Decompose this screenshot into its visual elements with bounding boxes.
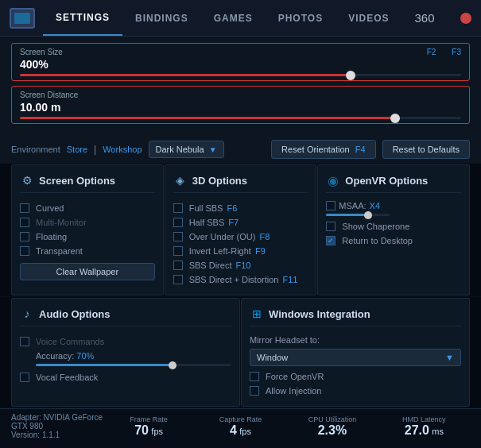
screen-options-title: Screen Options <box>39 175 115 187</box>
return-to-desktop-label: Return to Desktop <box>342 236 413 245</box>
reset-orientation-button[interactable]: Reset Orientation F4 <box>271 140 376 159</box>
over-under-checkbox[interactable] <box>173 232 183 241</box>
openvr-options-panel: ◉ OpenVR Options MSAA: X4 Show Chaperone… <box>317 164 470 295</box>
invert-lr-label: Invert Left-Right F9 <box>189 246 266 256</box>
return-to-desktop-checkbox[interactable] <box>326 236 336 245</box>
hmd-latency-stat: HMD Latency 27.0 ms <box>378 415 470 438</box>
over-under-row: Over Under (OU) F8 <box>173 230 308 244</box>
accuracy-slider[interactable] <box>36 364 231 366</box>
sbs-direct-row: SBS Direct F10 <box>173 258 308 272</box>
allow-injection-checkbox[interactable] <box>250 386 259 396</box>
transparent-checkbox[interactable] <box>20 246 29 256</box>
vocal-feedback-row: Vocal Feedback <box>20 370 231 384</box>
screen-distance-slider-row: Screen Distance 10.00 m <box>11 86 470 124</box>
sbs-direct-distortion-label: SBS Direct + Distortion F11 <box>189 275 298 284</box>
close-button[interactable] <box>460 13 471 24</box>
screen-distance-value: 10.00 m <box>20 101 461 114</box>
threed-options-header: ◈ 3D Options <box>173 173 308 193</box>
windows-integration-title: Windows Integration <box>269 308 370 320</box>
floating-label: Floating <box>36 232 67 241</box>
adapter-info: Adapter: NVIDIA GeForce GTX 980 Version:… <box>11 413 103 439</box>
curved-row: Curved <box>20 201 155 215</box>
tab-bindings[interactable]: BINDINGS <box>122 2 201 35</box>
msaa-label: MSAA: <box>339 201 366 210</box>
show-chaperone-row: Show Chaperone <box>326 219 461 234</box>
accuracy-thumb[interactable] <box>169 361 176 369</box>
curved-checkbox[interactable] <box>20 203 29 213</box>
screen-size-value: 400% <box>20 58 461 71</box>
show-chaperone-checkbox[interactable] <box>326 222 336 231</box>
screen-size-key-f3: F3 <box>452 48 461 56</box>
sbs-direct-distortion-checkbox[interactable] <box>173 275 183 284</box>
screen-size-label: Screen Size <box>20 48 63 56</box>
tab-settings[interactable]: SETTINGS <box>43 1 122 36</box>
multi-monitor-label: Multi-Monitor <box>36 218 87 227</box>
threed-options-panel: ◈ 3D Options Full SBS F6 Half SBS F7 Ove… <box>165 164 317 295</box>
mirror-headset-select[interactable]: Window ▼ <box>250 349 461 366</box>
screen-distance-thumb[interactable] <box>390 114 400 123</box>
environment-selected: Dark Nebula <box>156 145 204 154</box>
chevron-down-icon: ▼ <box>445 353 454 362</box>
tab-photos[interactable]: PHOTOS <box>266 2 336 35</box>
force-openvr-row: Force OpenVR <box>250 369 461 384</box>
windows-icon: ⊞ <box>250 307 264 321</box>
mirror-headset-selected: Window <box>257 353 288 362</box>
screen-distance-fill <box>20 117 395 119</box>
voice-commands-checkbox[interactable] <box>20 337 29 346</box>
half-sbs-checkbox[interactable] <box>173 218 183 227</box>
sbs-direct-checkbox[interactable] <box>173 261 183 270</box>
clear-wallpaper-button[interactable]: Clear Wallpaper <box>20 263 155 280</box>
top-bar: SETTINGS BINDINGS GAMES PHOTOS VIDEOS 36… <box>0 0 481 37</box>
transparent-row: Transparent <box>20 244 155 258</box>
msaa-checkbox[interactable] <box>326 201 336 210</box>
windows-integration-header: ⊞ Windows Integration <box>250 307 461 326</box>
msaa-slider[interactable] <box>326 214 461 216</box>
vocal-feedback-checkbox[interactable] <box>20 373 29 382</box>
transparent-label: Transparent <box>36 246 83 256</box>
screen-options-icon: ⚙ <box>20 173 34 187</box>
floating-checkbox[interactable] <box>20 232 29 241</box>
invert-lr-checkbox[interactable] <box>173 246 183 256</box>
accuracy-fill <box>36 364 173 366</box>
tab-games[interactable]: GAMES <box>201 2 266 35</box>
screen-distance-track[interactable] <box>20 117 461 119</box>
tab-videos[interactable]: VIDEOS <box>336 2 401 35</box>
store-link[interactable]: Store <box>67 145 87 154</box>
windows-integration-panel: ⊞ Windows Integration Mirror Headset to:… <box>241 298 470 407</box>
force-openvr-checkbox[interactable] <box>250 372 259 381</box>
voice-commands-label: Voice Commands <box>36 337 104 346</box>
environment-select[interactable]: Dark Nebula ▼ <box>149 141 224 158</box>
screen-options-panel: ⚙ Screen Options Curved Multi-Monitor Fl… <box>11 164 164 295</box>
environment-label: Environment <box>11 145 60 154</box>
workshop-link[interactable]: Workshop <box>103 145 142 154</box>
over-under-label: Over Under (OU) F8 <box>189 232 270 241</box>
half-sbs-row: Half SBS F7 <box>173 215 308 230</box>
screen-size-thumb[interactable] <box>346 71 355 80</box>
screen-size-slider-row: Screen Size F2 F3 400% <box>11 43 470 81</box>
return-to-desktop-row: Return to Desktop <box>326 234 461 248</box>
threed-options-title: 3D Options <box>192 175 247 187</box>
screen-distance-label: Screen Distance <box>20 91 78 99</box>
app-title: 360 <box>415 11 435 25</box>
audio-options-header: ♪ Audio Options <box>20 307 231 326</box>
full-sbs-label: Full SBS F6 <box>189 203 238 213</box>
bottom-panels-grid: ♪ Audio Options Voice Commands Accuracy:… <box>0 297 481 407</box>
multi-monitor-checkbox[interactable] <box>20 218 29 227</box>
accuracy-label: Accuracy: 70% <box>36 351 94 361</box>
full-sbs-row: Full SBS F6 <box>173 201 308 215</box>
openvr-icon: ◉ <box>326 173 340 187</box>
allow-injection-row: Allow Injection <box>250 384 461 398</box>
floating-row: Floating <box>20 230 155 244</box>
threed-icon: ◈ <box>173 173 188 187</box>
half-sbs-label: Half SBS F7 <box>189 218 239 227</box>
sbs-direct-label: SBS Direct F10 <box>189 261 251 270</box>
screen-size-track[interactable] <box>20 74 461 76</box>
show-chaperone-label: Show Chaperone <box>342 222 409 231</box>
environment-row: Environment Store | Workshop Dark Nebula… <box>0 135 481 164</box>
main-panels-grid: ⚙ Screen Options Curved Multi-Monitor Fl… <box>0 164 481 296</box>
allow-injection-label: Allow Injection <box>266 386 321 396</box>
invert-lr-row: Invert Left-Right F9 <box>173 244 308 258</box>
reset-defaults-button[interactable]: Reset to Defaults <box>382 140 470 159</box>
audio-options-title: Audio Options <box>39 308 111 320</box>
full-sbs-checkbox[interactable] <box>173 203 183 213</box>
